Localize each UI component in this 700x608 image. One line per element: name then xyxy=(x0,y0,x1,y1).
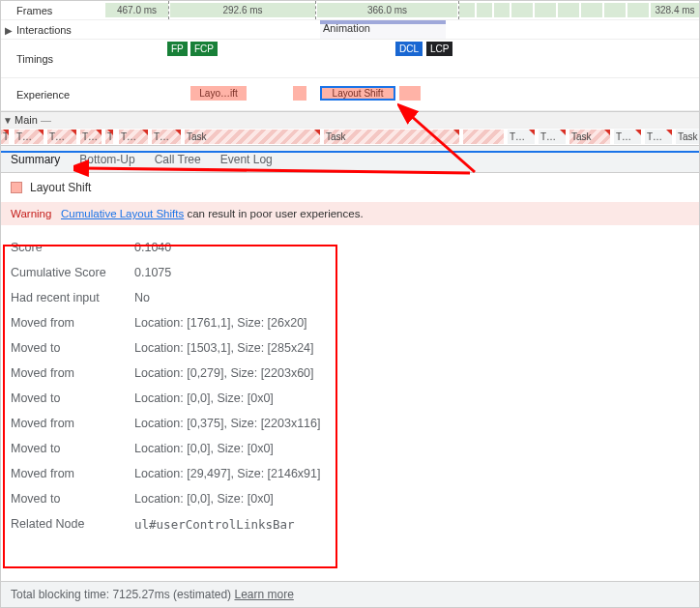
detail-row: Score0.1040 xyxy=(11,235,689,260)
detail-row: Moved toLocation: [0,0], Size: [0x0] xyxy=(11,436,689,461)
detail-key: Moved from xyxy=(11,467,123,480)
frame-block[interactable] xyxy=(581,3,602,17)
detail-key: Moved from xyxy=(11,366,123,380)
task-block[interactable]: Task xyxy=(185,130,320,144)
cumulative-layout-shifts-link[interactable]: Cumulative Layout Shifts xyxy=(61,208,184,219)
learn-more-link[interactable]: Learn more xyxy=(234,588,293,601)
detail-row: Moved toLocation: [1503,1], Size: [285x2… xyxy=(11,335,689,361)
tab-bottomup[interactable]: Bottom-Up xyxy=(79,153,134,166)
task-block[interactable]: Task xyxy=(569,130,610,144)
warning-tail: can result in poor user experiences. xyxy=(184,208,363,219)
task-block[interactable]: T… xyxy=(152,130,181,144)
experience-label: Experience xyxy=(1,89,105,101)
detail-value: Location: [0,375], Size: [2203x116] xyxy=(134,417,321,430)
task-block[interactable]: T… xyxy=(614,130,641,144)
frame-separator xyxy=(168,1,169,19)
summary-details: Score0.1040Cumulative Score0.1075Had rec… xyxy=(1,225,699,547)
main-row: ▼ Main — xyxy=(1,111,699,129)
timing-badge-fcp[interactable]: FCP xyxy=(190,42,218,56)
task-block[interactable]: T… xyxy=(119,130,148,144)
detail-key: Moved to xyxy=(11,341,123,355)
detail-key: Moved from xyxy=(11,417,123,430)
detail-row: Moved toLocation: [0,0], Size: [0x0] xyxy=(11,486,689,511)
detail-value: Location: [0,279], Size: [2203x60] xyxy=(134,366,314,380)
detail-key: Had recent input xyxy=(11,291,123,304)
detail-value: Location: [0,0], Size: [0x0] xyxy=(134,492,274,506)
tab-summary[interactable]: Summary xyxy=(11,153,60,166)
task-block[interactable]: Task xyxy=(324,130,459,144)
detail-key: Moved to xyxy=(11,391,123,405)
frame-block[interactable] xyxy=(511,3,533,17)
tab-eventlog[interactable]: Event Log xyxy=(220,153,273,166)
frame-block[interactable] xyxy=(627,3,649,17)
frame-block[interactable]: 292.6 ms xyxy=(170,3,315,17)
detail-row: Moved fromLocation: [0,375], Size: [2203… xyxy=(11,411,689,436)
task-block[interactable] xyxy=(463,130,504,144)
main-label: Main — xyxy=(1,114,105,126)
layout-shift-block[interactable] xyxy=(399,86,421,101)
layout-shift-block[interactable] xyxy=(293,86,306,101)
task-block[interactable]: T… xyxy=(15,130,44,144)
animation-label: Animation xyxy=(323,22,370,34)
detail-row-related-node: Related Node ul#userControlLinksBar xyxy=(11,511,689,537)
main-caret[interactable]: ▼ xyxy=(3,115,13,126)
detail-value: Location: [0,0], Size: [0x0] xyxy=(134,391,274,405)
frame-block[interactable] xyxy=(494,3,510,17)
task-block[interactable]: T… xyxy=(539,130,566,144)
frame-block[interactable] xyxy=(535,3,556,17)
detail-key: Score xyxy=(11,241,123,254)
blocking-time-text: Total blocking time: 7125.27ms (estimate… xyxy=(11,588,231,601)
timeline-selection-line xyxy=(1,151,699,153)
task-block[interactable]: T… xyxy=(508,130,535,144)
interactions-row: ▶ Interactions Animation xyxy=(1,20,699,40)
experience-row: Experience Layo…iftLayout Shift xyxy=(1,78,699,111)
detail-key: Moved to xyxy=(11,492,123,506)
detail-value: No xyxy=(134,291,150,304)
task-block[interactable]: T… xyxy=(105,130,113,144)
task-block[interactable]: T… xyxy=(645,130,672,144)
timing-badge-lcp[interactable]: LCP xyxy=(426,42,452,56)
frames-track[interactable]: 467.0 ms292.6 ms366.0 ms328.4 ms xyxy=(105,1,699,19)
tasks-row[interactable]: T…T…T…TaskTaskT…T…TaskT…T…TaskT…T…T…T… xyxy=(1,129,699,146)
detail-value: 0.1040 xyxy=(134,241,171,254)
detail-value: Location: [0,0], Size: [0x0] xyxy=(134,442,274,455)
timings-row: Timings FPFCPDCLLCP xyxy=(1,40,699,78)
detail-row: Cumulative Score0.1075 xyxy=(11,260,689,285)
frame-separator xyxy=(458,1,459,19)
tab-calltree[interactable]: Call Tree xyxy=(155,153,201,166)
task-block[interactable]: T… xyxy=(80,130,102,144)
frame-block[interactable] xyxy=(477,3,492,17)
warning-bar: Warning Cumulative Layout Shifts can res… xyxy=(1,202,699,225)
frame-block[interactable] xyxy=(558,3,579,17)
detail-value: 0.1075 xyxy=(134,266,171,279)
experience-track: Layo…iftLayout Shift xyxy=(105,78,699,110)
frame-block[interactable]: 328.4 ms xyxy=(651,3,699,17)
detail-row: Moved fromLocation: [0,279], Size: [2203… xyxy=(11,361,689,386)
layout-shift-block[interactable]: Layout Shift xyxy=(320,86,395,101)
detail-key: Moved to xyxy=(11,442,123,455)
frame-block[interactable] xyxy=(604,3,626,17)
timings-track: FPFCPDCLLCP xyxy=(105,40,699,77)
frame-block[interactable]: 467.0 ms xyxy=(105,3,168,17)
layout-shift-block[interactable]: Layo…ift xyxy=(190,86,247,101)
main-track-spacer xyxy=(105,112,699,128)
task-block[interactable]: T… xyxy=(1,130,9,144)
summary-header: Layout Shift xyxy=(1,173,699,202)
frame-block[interactable] xyxy=(459,3,475,17)
warning-prefix: Warning xyxy=(11,208,51,219)
related-node-value[interactable]: ul#userControlLinksBar xyxy=(134,517,295,532)
detail-row: Moved toLocation: [0,0], Size: [0x0] xyxy=(11,386,689,411)
footer-bar: Total blocking time: 7125.27ms (estimate… xyxy=(1,581,699,607)
timing-badge-fp[interactable]: FP xyxy=(167,42,188,56)
detail-value: Location: [29,497], Size: [2146x91] xyxy=(134,467,321,480)
timing-badge-dcl[interactable]: DCL xyxy=(395,42,423,56)
detail-row: Moved fromLocation: [1761,1], Size: [26x… xyxy=(11,310,689,335)
interactions-label: Interactions xyxy=(1,24,105,36)
frames-label: Frames xyxy=(1,5,105,16)
interactions-caret[interactable]: ▶ xyxy=(5,24,13,35)
layout-shift-swatch xyxy=(11,182,22,193)
task-block[interactable]: T… xyxy=(47,130,76,144)
timings-label: Timings xyxy=(1,53,105,65)
task-block[interactable]: Task xyxy=(676,130,699,144)
frame-block[interactable]: 366.0 ms xyxy=(317,3,457,17)
